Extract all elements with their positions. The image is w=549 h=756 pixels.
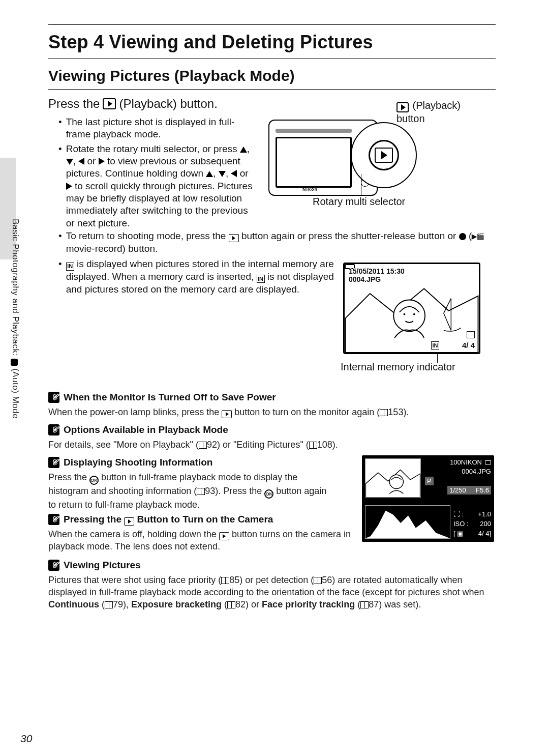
arrow-up-icon (240, 147, 247, 153)
memory-indicator-label: Internal memory indicator (341, 361, 455, 373)
page-ref-icon (314, 577, 322, 584)
page-ref-icon (221, 577, 229, 584)
page-number: 30 (20, 733, 32, 745)
side-tab-text: Basic Photography and Playback: (Auto) M… (10, 219, 20, 419)
press-line-a: Press the (48, 97, 100, 111)
ok-icon: OK (264, 489, 273, 499)
playback-screen-figure: 15/05/2011 15:30 0004.JPG IN 4/ 4 (343, 263, 480, 354)
note-title: Viewing Pictures (64, 559, 141, 572)
playback-icon (103, 98, 116, 109)
note-title: Pressing the Button to Turn on the Camer… (64, 513, 273, 526)
histogram-plot (365, 505, 450, 539)
movie-icon: ▶🎬 (472, 232, 484, 241)
hist-file: 0004.JPG (462, 468, 491, 475)
arrow-right-icon (66, 183, 72, 190)
playback-icon (222, 410, 232, 418)
press-line: Press the (Playback) button. (48, 97, 218, 111)
page-ref-icon (199, 442, 207, 449)
arrow-left-icon (78, 158, 84, 165)
note-title: When the Monitor Is Turned Off to Save P… (64, 391, 276, 404)
page-ref-icon (309, 442, 317, 449)
thumbnail-icon (467, 331, 475, 338)
hist-mode: P (425, 477, 434, 485)
page-ref-icon (105, 601, 113, 608)
hist-exposure: 1/250 F5.6 (447, 486, 491, 495)
rotary-label: Rotary multi selector (313, 196, 405, 208)
playback-icon (375, 148, 393, 163)
playback-icon (219, 532, 229, 540)
internal-memory-icon: IN (431, 341, 439, 350)
note-viewing: 𝒞Viewing Pictures Pictures that were sho… (48, 559, 496, 611)
histogram-figure: 100NIKON 0004.JPG P 1/250 F5.6 ⛶ :+1.0 I… (362, 455, 494, 542)
page-ref-icon (227, 601, 235, 608)
arrow-left-icon (231, 170, 237, 177)
note-icon: 𝒞 (48, 392, 59, 403)
playback-label: (Playback) button (396, 99, 478, 125)
histogram-thumbnail (365, 458, 421, 498)
rule (48, 89, 496, 90)
playback-icon (124, 517, 134, 526)
sd-icon (485, 460, 491, 464)
hist-side-info: ⛶ :+1.0 ISO :200 [ ▣4/ 4] (453, 510, 491, 539)
note-monitor: 𝒞When the Monitor Is Turned Off to Save … (48, 391, 491, 418)
bullet-1: The last picture shot is displayed in fu… (66, 116, 257, 141)
rule (48, 24, 496, 25)
bullet-list-1: •The last picture shot is displayed in f… (58, 116, 257, 231)
camera-brand: Nikon (302, 187, 318, 192)
note-turn-on: 𝒞Pressing the Button to Turn on the Came… (48, 513, 358, 553)
svg-point-3 (389, 475, 403, 488)
note-shooting-info: 𝒞Displaying Shooting Information Press t… (48, 456, 333, 511)
arrow-up-icon (206, 171, 213, 177)
playback-count: 4/ 4 (462, 341, 475, 350)
step-title: Step 4 Viewing and Deleting Pictures (48, 32, 373, 53)
svg-point-0 (393, 300, 425, 332)
bullet-2: Rotate the rotary multi selector, or pre… (66, 143, 257, 229)
playback-date: 15/05/2011 15:30 (349, 267, 405, 275)
note-icon: 𝒞 (48, 424, 59, 435)
arrow-down-icon (219, 171, 226, 177)
internal-memory-icon: IN (66, 263, 74, 271)
bullet-3: To return to shooting mode, press the bu… (66, 230, 496, 255)
playback-filename: 0004.JPG (349, 275, 381, 283)
section-title: Viewing Pictures (Playback Mode) (48, 67, 295, 84)
page-ref-icon (360, 601, 369, 608)
playback-icon (396, 102, 409, 112)
rule (48, 59, 496, 59)
record-icon (459, 233, 466, 240)
playback-icon (229, 234, 239, 242)
note-options: 𝒞Options Available in Playback Mode For … (48, 423, 491, 451)
note-title: Displaying Shooting Information (64, 456, 212, 469)
arrow-down-icon (66, 159, 73, 165)
bullet-4: IN is displayed when pictures stored in … (66, 258, 338, 296)
page-ref-icon (197, 488, 205, 495)
note-icon: 𝒞 (48, 514, 59, 525)
svg-point-1 (404, 313, 406, 315)
arrow-right-icon (99, 158, 105, 165)
ok-icon: OK (89, 476, 99, 485)
note-title: Options Available in Playback Mode (64, 423, 228, 437)
page-ref-icon (380, 409, 388, 416)
note-icon: 𝒞 (48, 457, 59, 468)
hist-folder: 100NIKON (450, 458, 491, 466)
press-line-b: (Playback) button. (119, 97, 217, 111)
internal-memory-icon: IN (257, 275, 265, 283)
svg-point-2 (413, 313, 415, 315)
note-icon: 𝒞 (48, 560, 59, 571)
leader-line (361, 174, 361, 196)
